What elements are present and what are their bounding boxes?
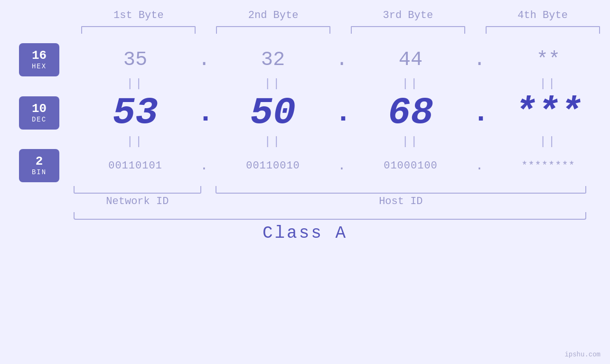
class-row: Class A [0, 224, 610, 243]
dec-dot2: . [335, 97, 349, 129]
hex-row: 16 HEX 35 . 32 . 44 . ** [0, 43, 610, 76]
bin-byte3: 01000100 [349, 160, 472, 172]
bracket-line-4 [486, 26, 600, 34]
bracket-line-3 [351, 26, 465, 34]
byte1-header: 1st Byte [71, 9, 206, 21]
equals-row-1: || || || || [0, 77, 610, 90]
bin-num: 2 [36, 155, 43, 168]
dec-byte3: 68 [349, 91, 472, 134]
dec-byte1: 53 [74, 91, 197, 134]
bracket-4 [475, 26, 610, 34]
dec-row: 10 DEC 53 . 50 . 68 . *** [0, 91, 610, 134]
big-bracket [74, 212, 586, 220]
dec-num: 10 [32, 103, 47, 115]
eq2-b1: || [74, 135, 197, 148]
bin-values: 00110101 . 00110010 . 01000100 . *******… [74, 159, 610, 173]
hex-byte3: 44 [349, 48, 472, 71]
dec-name: DEC [32, 116, 47, 123]
hex-values: 35 . 32 . 44 . ** [74, 48, 610, 71]
hex-base-label: 16 HEX [19, 43, 59, 76]
class-label: Class A [263, 224, 347, 243]
eq2-dot3 [472, 135, 487, 148]
hex-num: 16 [32, 49, 47, 62]
bracket-line-1 [81, 26, 196, 34]
id-labels: Network ID Host ID [0, 196, 610, 207]
eq1-b3: || [349, 77, 472, 90]
bracket-2 [206, 26, 341, 34]
eq2-b2: || [211, 135, 335, 148]
eq1-dot3 [472, 77, 487, 90]
eq1-dot1 [197, 77, 211, 90]
bin-dot1: . [197, 159, 211, 173]
hex-byte1: 35 [74, 48, 197, 71]
equals-row-2: || || || || [0, 135, 610, 148]
host-bracket [216, 186, 586, 194]
dec-byte4: *** [487, 91, 610, 134]
hex-dot3: . [472, 48, 487, 71]
byte-headers: 1st Byte 2nd Byte 3rd Byte 4th Byte [0, 9, 610, 21]
bin-dot2: . [335, 159, 349, 173]
main-container: 1st Byte 2nd Byte 3rd Byte 4th Byte 16 H… [0, 0, 610, 364]
byte4-header: 4th Byte [475, 9, 610, 21]
eq2-dot2 [335, 135, 349, 148]
hex-byte2: 32 [211, 48, 335, 71]
eq1-dot2 [335, 77, 349, 90]
bracket-1 [71, 26, 206, 34]
bin-row: 2 BIN 00110101 . 00110010 . 01000100 . [0, 149, 610, 182]
bracket-line-2 [216, 26, 330, 34]
hex-dot2: . [335, 48, 349, 71]
hex-byte4: ** [487, 48, 610, 71]
eq1-b4: || [487, 77, 610, 90]
eq2-b4: || [487, 135, 610, 148]
dec-byte2: 50 [211, 91, 335, 134]
bin-dot3: . [472, 159, 487, 173]
host-id-label: Host ID [216, 196, 586, 207]
watermark: ipshu.com [564, 351, 601, 358]
bin-name: BIN [32, 168, 47, 176]
bin-byte4: ******** [487, 160, 610, 172]
eq1-b2: || [211, 77, 335, 90]
hex-name: HEX [32, 63, 47, 70]
hex-dot1: . [197, 48, 211, 71]
byte3-header: 3rd Byte [341, 9, 476, 21]
bracket-3 [341, 26, 476, 34]
dec-values: 53 . 50 . 68 . *** [74, 91, 610, 134]
big-bracket-container [0, 212, 610, 220]
network-id-label: Network ID [74, 196, 201, 207]
dec-dot1: . [197, 97, 211, 129]
eq2-dot1 [197, 135, 211, 148]
eq2-b3: || [349, 135, 472, 148]
bin-byte1: 00110101 [74, 160, 197, 172]
bin-byte2: 00110010 [211, 160, 335, 172]
eq1-b1: || [74, 77, 197, 90]
top-bracket-row [0, 26, 610, 34]
dec-dot3: . [472, 97, 487, 129]
dec-base-label: 10 DEC [19, 96, 59, 130]
bin-base-label: 2 BIN [19, 149, 59, 182]
network-bracket [74, 186, 201, 194]
byte2-header: 2nd Byte [206, 9, 341, 21]
bottom-brackets [0, 186, 610, 194]
